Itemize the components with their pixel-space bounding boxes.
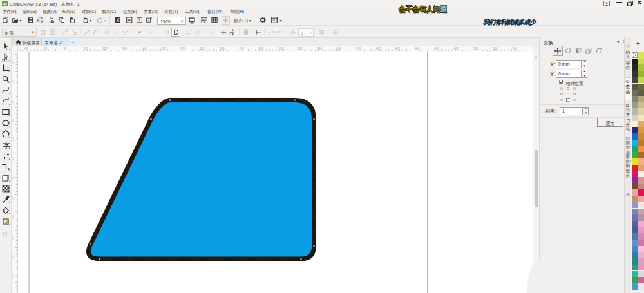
svg-text:«: « xyxy=(138,30,142,35)
svg-text:»: » xyxy=(149,30,153,35)
svg-text:1: 1 xyxy=(138,17,140,22)
